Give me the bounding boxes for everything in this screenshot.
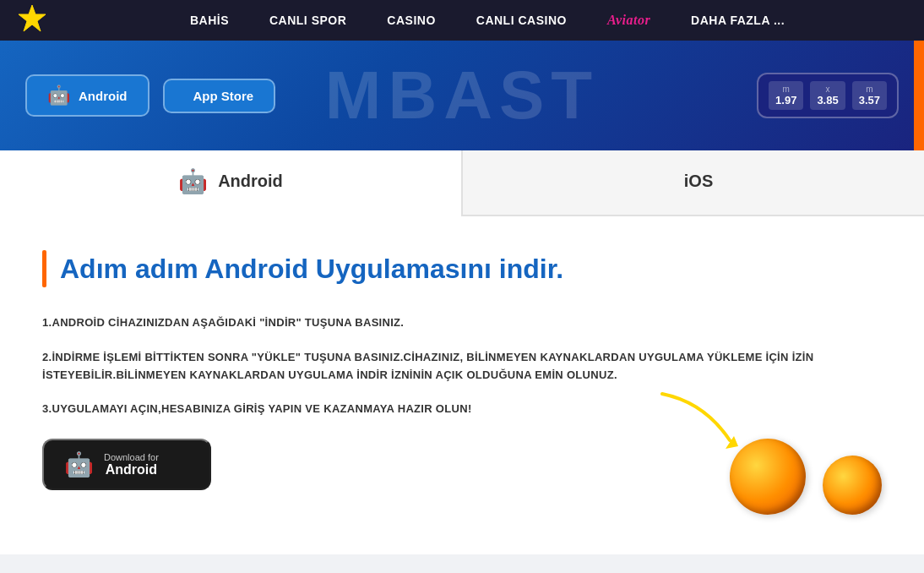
odd-item-2: x 3.85 <box>810 81 845 110</box>
appstore-download-hero-button[interactable]: App Store <box>163 79 276 113</box>
android-tab-label: Android <box>218 172 283 191</box>
phone-mockup: m 1.97 x 3.85 m 3.57 <box>757 73 899 118</box>
nav-bahis[interactable]: BAHİS <box>170 0 249 41</box>
odd-value-2: 3.85 <box>817 94 838 106</box>
nav-daha-fazla[interactable]: DAHA FAZLA ... <box>671 0 805 41</box>
platform-tabs: 🤖 Android iOS <box>0 150 924 216</box>
svg-marker-0 <box>19 5 46 31</box>
download-main-label: Android <box>104 462 159 478</box>
ios-tab-label: iOS <box>684 172 713 191</box>
tab-android[interactable]: 🤖 Android <box>0 150 461 215</box>
nav-links: BAHİS CANLI SPOR CASINO CANLI CASINO Avi… <box>68 0 907 41</box>
site-logo[interactable] <box>17 3 51 37</box>
download-sub-label: Download for <box>104 452 159 462</box>
orange-accent-bar <box>914 41 924 150</box>
android-download-hero-button[interactable]: 🤖 Android <box>25 74 149 117</box>
navbar: BAHİS CANLI SPOR CASINO CANLI CASINO Avi… <box>0 0 924 41</box>
download-android-icon: 🤖 <box>64 450 94 478</box>
odd-label-2: x <box>817 85 838 94</box>
odd-value-3: 3.57 <box>859 94 880 106</box>
android-btn-label: Android <box>79 89 128 103</box>
download-android-button[interactable]: 🤖 Download for Android <box>42 439 211 490</box>
odds-table: m 1.97 x 3.85 m 3.57 <box>769 81 887 110</box>
android-tab-icon: 🤖 <box>178 167 208 195</box>
section-heading: Adım adım Android Uygulamasını indir. <box>42 250 882 287</box>
section-title: Adım adım Android Uygulamasını indir. <box>60 254 563 285</box>
nav-casino[interactable]: CASINO <box>367 0 455 41</box>
appstore-btn-label: App Store <box>193 89 254 103</box>
coins-decoration <box>730 439 882 515</box>
step-3-text: 3.UYGULAMAYI AÇIN,HESABINIZA GİRİŞ YAPIN… <box>42 401 882 418</box>
nav-aviator[interactable]: Aviator <box>587 0 671 41</box>
hero-logo-text: MBAST <box>325 57 599 134</box>
heading-accent-bar <box>42 250 46 287</box>
steps-container: 1.ANDROİD CİHAZINIZDAN AŞAĞIDAKİ "İNDİR"… <box>42 314 882 418</box>
android-icon: 🤖 <box>47 85 70 106</box>
odd-value-1: 1.97 <box>775 94 796 106</box>
hero-download-buttons: 🤖 Android App Store <box>25 74 275 117</box>
odd-label-1: m <box>775 85 796 94</box>
coin-large <box>730 439 806 515</box>
odd-item-3: m 3.57 <box>852 81 887 110</box>
hero-banner: 🤖 Android App Store MBAST m 1.97 x 3.85 … <box>0 41 924 150</box>
content-area: Adım adım Android Uygulamasını indir. 1.… <box>0 216 924 554</box>
step-1-text: 1.ANDROİD CİHAZINIZDAN AŞAĞIDAKİ "İNDİR"… <box>42 314 882 332</box>
odd-label-3: m <box>859 85 880 94</box>
nav-canli-casino[interactable]: CANLI CASINO <box>456 0 587 41</box>
download-btn-text: Download for Android <box>104 452 159 478</box>
download-section: 🤖 Download for Android <box>42 439 882 515</box>
odd-item-1: m 1.97 <box>769 81 803 110</box>
step-2-text: 2.İNDİRME İŞLEMİ BİTTİKTEN SONRA "YÜKLE"… <box>42 349 882 385</box>
nav-canli-spor[interactable]: CANLI SPOR <box>249 0 367 41</box>
coin-medium <box>823 456 882 515</box>
tab-ios[interactable]: iOS <box>463 150 924 215</box>
